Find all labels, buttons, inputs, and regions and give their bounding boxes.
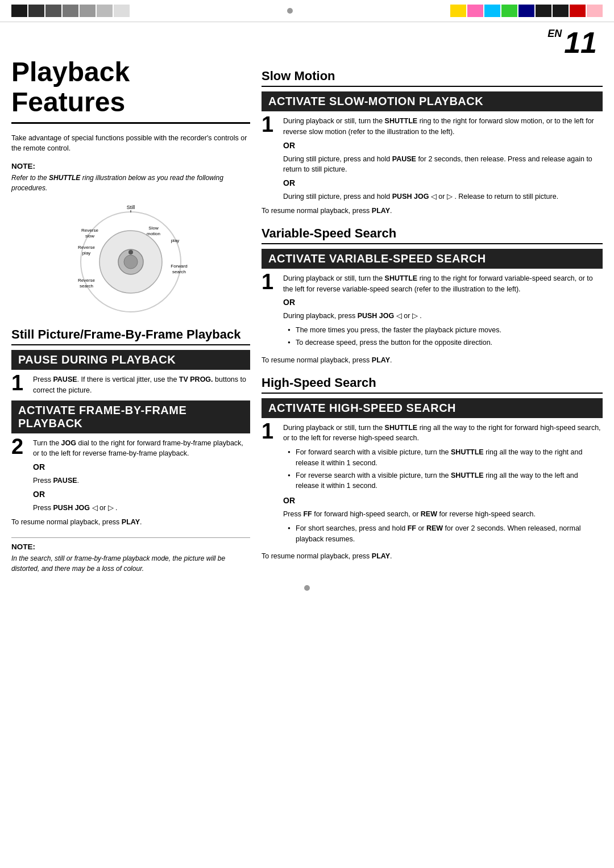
svg-point-3 xyxy=(124,255,138,269)
color-block-black2 xyxy=(553,5,569,17)
shuttle-diagram: Still Reverse slow Slow motion play Forw… xyxy=(11,202,250,316)
svg-text:Still: Still xyxy=(127,205,135,210)
footer-dot xyxy=(0,574,614,596)
svg-text:Forward: Forward xyxy=(171,264,187,269)
variable-step1-content: During playback or still, turn the SHUTT… xyxy=(283,271,603,352)
color-block-1 xyxy=(11,5,27,17)
left-column: Playback Features Take advantage of spec… xyxy=(11,57,250,574)
slow-motion-heading: Slow Motion xyxy=(262,69,603,87)
slow-motion-resume: To resume normal playback, press PLAY. xyxy=(262,207,603,215)
resume-text-1: To resume normal playback, press PLAY. xyxy=(11,518,250,526)
high-speed-bullet-list-2: For short searches, press and hold FF or… xyxy=(288,523,603,545)
svg-text:motion: motion xyxy=(147,231,160,236)
variable-or-1: OR xyxy=(283,297,603,308)
color-block-green xyxy=(501,5,517,17)
page-number: 11 xyxy=(564,28,597,57)
color-block-6 xyxy=(97,5,113,17)
high-speed-bullet-1: For forward search with a visible pictur… xyxy=(288,447,603,469)
or-label-2: OR xyxy=(33,489,250,500)
color-block-darkblue xyxy=(518,5,534,17)
color-block-red xyxy=(570,5,586,17)
or-label-1: OR xyxy=(33,461,250,473)
high-speed-bullet-list-1: For forward search with a visible pictur… xyxy=(288,447,603,491)
page-title: Playback Features xyxy=(11,57,250,124)
step1-box-title: PAUSE DURING PLAYBACK xyxy=(18,353,243,366)
svg-text:search: search xyxy=(80,283,93,289)
svg-text:play: play xyxy=(82,251,91,256)
header-center-dot xyxy=(287,8,293,14)
footer-dot-icon xyxy=(304,585,310,591)
svg-text:Reverse: Reverse xyxy=(78,245,95,250)
svg-text:Reverse: Reverse xyxy=(78,278,95,283)
left-color-blocks xyxy=(11,5,130,17)
slow-motion-step1-row: 1 During playback or still, turn the SHU… xyxy=(262,114,603,202)
high-speed-bullet-2: For reverse search with a visible pictur… xyxy=(288,470,603,492)
color-block-pink xyxy=(467,5,483,17)
high-speed-step1-box: ACTIVATE HIGH-SPEED SEARCH xyxy=(262,398,603,418)
variable-step1-number: 1 xyxy=(262,271,277,293)
variable-bullet-2: To decrease speed, press the button for … xyxy=(288,337,603,348)
svg-text:Slow: Slow xyxy=(148,226,159,231)
svg-text:slow: slow xyxy=(85,233,94,239)
bottom-note-label: NOTE: xyxy=(11,542,250,551)
still-picture-heading: Still Picture/Frame-By-Frame Playback xyxy=(11,327,250,345)
step2-box: ACTIVATE FRAME-BY-FRAME PLAYBACK xyxy=(11,400,250,433)
color-block-5 xyxy=(80,5,96,17)
variable-step1-title: ACTIVATE VARIABLE-SPEED SEARCH xyxy=(268,252,596,265)
high-speed-or-1: OR xyxy=(283,495,603,507)
header-bar xyxy=(0,0,614,22)
bottom-note-text: In the search, still or frame-by-frame p… xyxy=(11,553,250,574)
right-column: Slow Motion ACTIVATE SLOW-MOTION PLAYBAC… xyxy=(262,57,603,574)
variable-bullet-list: The more times you press, the faster the… xyxy=(288,325,603,348)
step2-box-title: ACTIVATE FRAME-BY-FRAME PLAYBACK xyxy=(18,404,243,430)
right-color-blocks xyxy=(450,5,603,17)
variable-step1-row: 1 During playback or still, turn the SHU… xyxy=(262,271,603,352)
color-block-black1 xyxy=(536,5,551,17)
step2-number: 2 xyxy=(11,436,27,457)
svg-text:Reverse: Reverse xyxy=(81,228,98,233)
high-speed-step1-title: ACTIVATE HIGH-SPEED SEARCH xyxy=(268,402,596,415)
svg-point-4 xyxy=(128,250,133,254)
top-note-box: NOTE: Refer to the SHUTTLE ring illustra… xyxy=(11,162,250,193)
intro-text: Take advantage of special functions poss… xyxy=(11,133,250,155)
top-note-label: NOTE: xyxy=(11,162,250,170)
svg-text:search: search xyxy=(172,269,186,274)
high-speed-resume: To resume normal playback, press PLAY. xyxy=(262,552,603,560)
slow-or-1: OR xyxy=(283,140,603,152)
color-block-lightpink xyxy=(587,5,603,17)
color-block-2 xyxy=(28,5,44,17)
variable-speed-heading: Variable-Speed Search xyxy=(262,226,603,244)
color-block-blue xyxy=(484,5,500,17)
shuttle-svg: Still Reverse slow Slow motion play Forw… xyxy=(74,202,188,316)
slow-motion-step1-box: ACTIVATE SLOW-MOTION PLAYBACK xyxy=(262,91,603,111)
variable-step1-box: ACTIVATE VARIABLE-SPEED SEARCH xyxy=(262,249,603,269)
high-speed-step1-content: During playback or still, turn the SHUTT… xyxy=(283,420,603,548)
color-block-yellow xyxy=(450,5,466,17)
high-speed-bullet-3: For short searches, press and hold FF or… xyxy=(288,523,603,545)
color-block-7 xyxy=(114,5,130,17)
bottom-note: NOTE: In the search, still or frame-by-f… xyxy=(11,537,250,574)
step2-row: 2 Turn the JOG dial to the right for for… xyxy=(11,436,250,514)
main-content: Playback Features Take advantage of spec… xyxy=(0,57,614,574)
step1-row: 1 Press PAUSE. If there is vertical jitt… xyxy=(11,372,250,396)
variable-bullet-1: The more times you press, the faster the… xyxy=(288,325,603,336)
high-speed-step1-row: 1 During playback or still, turn the SHU… xyxy=(262,420,603,548)
high-speed-step1-number: 1 xyxy=(262,420,277,442)
svg-text:play: play xyxy=(171,238,180,243)
top-note-text: Refer to the SHUTTLE ring illustration b… xyxy=(11,173,250,193)
step1-number: 1 xyxy=(11,372,27,394)
slow-motion-step1-content: During playback or still, turn the SHUTT… xyxy=(283,114,603,202)
slow-motion-step1-number: 1 xyxy=(262,114,277,135)
variable-speed-resume: To resume normal playback, press PLAY. xyxy=(262,356,603,364)
color-block-4 xyxy=(63,5,78,17)
step1-box: PAUSE DURING PLAYBACK xyxy=(11,350,250,370)
color-block-3 xyxy=(45,5,61,17)
step2-content: Turn the JOG dial to the right for forwa… xyxy=(33,436,250,514)
high-speed-heading: High-Speed Search xyxy=(262,375,603,394)
page-number-area: EN 11 xyxy=(0,22,614,57)
page-en-label: EN xyxy=(547,28,562,57)
step1-content: Press PAUSE. If there is vertical jitter… xyxy=(33,372,250,396)
slow-motion-step1-title: ACTIVATE SLOW-MOTION PLAYBACK xyxy=(268,95,596,108)
slow-or-2: OR xyxy=(283,177,603,189)
